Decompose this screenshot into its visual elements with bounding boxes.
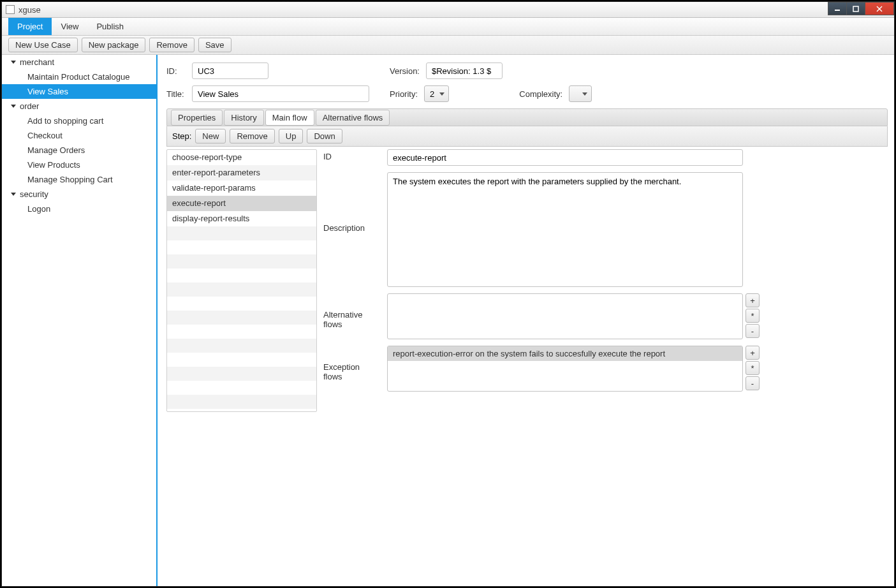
- save-button[interactable]: Save: [198, 38, 231, 52]
- step-item-empty: [167, 311, 316, 325]
- step-details: ID Description Alternative flows +: [323, 149, 888, 412]
- main-panel: ID: Version: Title: Priority: 2 Complexi…: [158, 55, 894, 586]
- svg-rect-1: [853, 6, 858, 11]
- detail-row-id: ID: [323, 149, 888, 166]
- tab-history[interactable]: History: [224, 110, 263, 126]
- priority-select[interactable]: 2: [424, 85, 449, 102]
- step-item-empty: [167, 353, 316, 367]
- new-package-button[interactable]: New package: [82, 38, 146, 52]
- tree-item[interactable]: Logon: [2, 202, 156, 216]
- step-remove-button[interactable]: Remove: [230, 129, 274, 143]
- minimize-button[interactable]: [828, 2, 847, 15]
- detail-id-input[interactable]: [387, 149, 743, 166]
- steps-toolbar: Step: New Remove Up Down: [166, 126, 888, 147]
- step-item-empty: [167, 339, 316, 353]
- step-up-button[interactable]: Up: [279, 129, 304, 143]
- detail-exc-label: Exception flows: [323, 346, 381, 381]
- tree-item[interactable]: Maintain Product Catalogue: [2, 70, 156, 84]
- tab-main-flow[interactable]: Main flow: [265, 110, 314, 126]
- step-item[interactable]: enter-report-parameters: [167, 165, 316, 180]
- tab-alternative-flows[interactable]: Alternative flows: [316, 110, 390, 126]
- exc-flows-listbox[interactable]: report-execution-error on the system fai…: [387, 346, 743, 392]
- tree-group-security[interactable]: security: [2, 187, 156, 202]
- detail-alt-label: Alternative flows: [323, 293, 381, 329]
- menu-project[interactable]: Project: [8, 18, 52, 35]
- exc-flow-row[interactable]: report-execution-error on the system fai…: [388, 346, 742, 361]
- version-input[interactable]: [426, 62, 503, 79]
- step-item[interactable]: validate-report-params: [167, 180, 316, 196]
- version-label: Version:: [390, 66, 420, 76]
- caret-down-icon: [11, 105, 16, 108]
- form-row-title-priority: Title: Priority: 2 Complexity:: [166, 85, 888, 102]
- exc-flows-buttons: + * -: [745, 346, 760, 392]
- step-item-empty: [167, 226, 316, 240]
- remove-button[interactable]: Remove: [149, 38, 194, 52]
- step-item-empty: [167, 325, 316, 339]
- step-item[interactable]: display-report-results: [167, 211, 316, 226]
- flow-body: choose-report-type enter-report-paramete…: [166, 149, 888, 412]
- chevron-down-icon: [582, 92, 587, 96]
- step-item[interactable]: choose-report-type: [167, 150, 316, 165]
- step-item-empty: [167, 297, 316, 311]
- window-title: xguse: [18, 5, 41, 15]
- close-button[interactable]: [865, 2, 894, 15]
- menu-publish[interactable]: Publish: [87, 18, 133, 35]
- tree-item[interactable]: View Sales: [2, 84, 156, 99]
- tree-group-order[interactable]: order: [2, 99, 156, 114]
- detail-row-description: Description: [323, 172, 888, 287]
- window-controls: [828, 2, 894, 15]
- exc-star-button[interactable]: *: [745, 361, 760, 375]
- tree-item[interactable]: Manage Orders: [2, 143, 156, 158]
- complexity-select[interactable]: [569, 85, 592, 102]
- title-label: Title:: [166, 89, 186, 99]
- sidebar-tree[interactable]: merchant Maintain Product Catalogue View…: [2, 55, 158, 586]
- step-new-button[interactable]: New: [195, 129, 226, 143]
- tree-item[interactable]: Manage Shopping Cart: [2, 172, 156, 187]
- step-down-button[interactable]: Down: [307, 129, 342, 143]
- id-label: ID:: [166, 66, 186, 76]
- step-item-empty: [167, 268, 316, 283]
- detail-desc-label: Description: [323, 172, 381, 233]
- tabs-strip: Properties History Main flow Alternative…: [166, 108, 888, 126]
- step-item[interactable]: execute-report: [167, 196, 316, 211]
- alt-flows-buttons: + * -: [745, 293, 760, 339]
- detail-id-label: ID: [323, 149, 381, 161]
- alt-remove-button[interactable]: -: [745, 324, 760, 338]
- window-frame: xguse Project View Publish New Use Case …: [1, 1, 895, 587]
- form-row-id-version: ID: Version:: [166, 62, 888, 79]
- alt-add-button[interactable]: +: [745, 293, 760, 307]
- exc-remove-button[interactable]: -: [745, 376, 760, 390]
- complexity-label: Complexity:: [519, 89, 562, 99]
- alt-flows-listbox[interactable]: [387, 293, 743, 339]
- exc-add-button[interactable]: +: [745, 346, 760, 360]
- titlebar: xguse: [2, 2, 894, 18]
- id-input[interactable]: [192, 62, 268, 79]
- menubar: Project View Publish: [2, 18, 894, 36]
- menu-view[interactable]: View: [52, 18, 87, 35]
- caret-down-icon: [11, 61, 16, 64]
- step-item-empty: [167, 254, 316, 268]
- tree-item[interactable]: Checkout: [2, 128, 156, 143]
- step-item-empty: [167, 240, 316, 254]
- step-item-empty: [167, 283, 316, 297]
- step-item-empty: [167, 381, 316, 395]
- detail-row-exc-flows: Exception flows report-execution-error o…: [323, 346, 888, 392]
- alt-star-button[interactable]: *: [745, 309, 760, 323]
- step-item-empty: [167, 395, 316, 409]
- step-label: Step:: [172, 131, 191, 141]
- caret-down-icon: [11, 193, 16, 196]
- detail-row-alt-flows: Alternative flows + * -: [323, 293, 888, 339]
- chevron-down-icon: [439, 92, 444, 96]
- maximize-button[interactable]: [846, 2, 865, 15]
- priority-label: Priority:: [390, 89, 418, 99]
- title-input[interactable]: [192, 85, 369, 102]
- tab-properties[interactable]: Properties: [171, 110, 223, 126]
- content-area: merchant Maintain Product Catalogue View…: [2, 55, 894, 586]
- tree-item[interactable]: View Products: [2, 158, 156, 172]
- new-use-case-button[interactable]: New Use Case: [8, 38, 78, 52]
- tree-group-merchant[interactable]: merchant: [2, 55, 156, 70]
- detail-desc-textarea[interactable]: [387, 172, 743, 287]
- steps-list[interactable]: choose-report-type enter-report-paramete…: [166, 149, 317, 412]
- step-item-empty: [167, 367, 316, 381]
- tree-item[interactable]: Add to shopping cart: [2, 114, 156, 128]
